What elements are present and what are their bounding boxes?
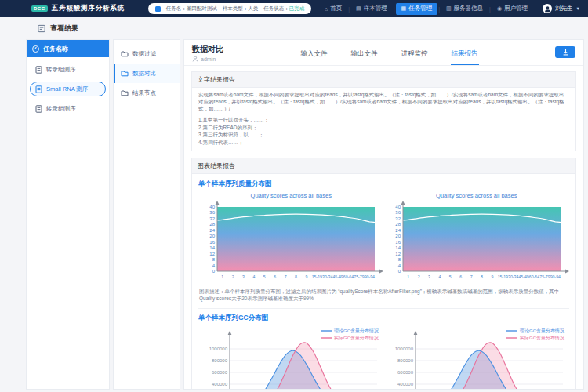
svg-text:5: 5 [449,274,452,279]
gc-chart-right-block: 0200000400000600000800000100000010203040… [384,326,570,389]
svg-text:45-49: 45-49 [333,274,343,279]
main-panel: 数据对比 admin 输入文件 输出文件 进程监控 结果报告 [183,39,584,390]
nav-item-samples[interactable]: ▤ 样本管理 [350,3,393,15]
content-area: ‹ 任务名称 转录组测序 Small RNA 测序 [26,39,584,390]
svg-text:12: 12 [395,252,401,256]
svg-text:28: 28 [395,222,401,227]
report-list-item: 4.第四行代表……； [198,139,569,146]
task-name-label: 任务名：基因配对测试 [166,5,217,13]
svg-text:8: 8 [397,257,401,262]
task-sidebar: ‹ 任务名称 转录组测序 Small RNA 测序 [26,39,110,390]
svg-text:8: 8 [212,257,216,262]
svg-text:16: 16 [210,240,216,245]
nav-item-tasks[interactable]: ▦ 任务管理 [396,3,438,15]
node-sidebar: 数据过滤 数据对比 结果节点 [113,39,180,390]
text-report-header: 文字结果报告 [192,72,575,88]
svg-text:8: 8 [481,274,483,279]
quality-caption: 图表描述：单个样本序列质量分布图，过滤之后的结果图片为 “qualityScor… [199,288,568,303]
sidebar-item-small-rna[interactable]: Small RNA 测序 [30,82,106,96]
document-icon [35,66,42,74]
quality-chart-title: Quality scores across all bases [384,192,570,199]
top-nav-menu: ⌂ 首页 | ▤ 样本管理 | ▦ 任务管理 | ▥ 服务器信息 | ◉ 用户管… [319,3,580,15]
svg-text:6: 6 [459,274,462,279]
gc-charts-row: 0200000400000600000800000100000010203040… [198,326,569,389]
svg-text:理论GC含量分布情况: 理论GC含量分布情况 [519,328,564,334]
owner-row: admin [192,56,223,62]
svg-text:15-19: 15-19 [312,274,322,279]
avatar [543,4,552,13]
nav-item-server[interactable]: ▥ 服务器信息 [441,3,488,15]
breadcrumb: 查看结果 [0,17,588,39]
node-item-data-filter[interactable]: 数据过滤 [114,44,180,64]
person-icon [192,56,198,62]
tab-output-files[interactable]: 输出文件 [350,45,379,65]
text-report-section: 文字结果报告 实现将sam或者bam文件，根据不同的要求提取出对应的reads，… [191,71,576,151]
tab-process-monitor[interactable]: 进程监控 [401,45,429,65]
sidebar-item-transcriptome-1[interactable]: 转录组测序 [30,62,106,77]
svg-text:3: 3 [428,274,430,279]
report-body: 文字结果报告 实现将sam或者bam文件，根据不同的要求提取出对应的reads，… [184,66,583,389]
svg-text:1000000: 1000000 [209,347,228,351]
gc-chart-left-block: 0200000400000600000800000100000010203040… [198,326,384,389]
quality-charts-row: Quality scores across all bases 04812141… [198,192,569,285]
svg-text:2: 2 [417,274,419,279]
svg-text:20: 20 [395,234,401,238]
task-info-pill[interactable]: 任务名：基因配对测试 样本类型：人类 任务状态：已完成 [148,3,312,14]
svg-text:400000: 400000 [212,382,228,387]
svg-text:4: 4 [212,263,216,268]
text-report-content: 实现将sam或者bam文件，根据不同的要求提取出对应的reads，并以fastq… [192,88,575,151]
gc-section-title: 单个样本序列GC分布图 [198,314,569,323]
svg-text:800000: 800000 [397,358,414,363]
quality-section-title: 单个样本序列质量分布图 [198,180,569,189]
nav-item-users[interactable]: ◉ 用户管理 [492,3,533,15]
task-icon: ▦ [401,5,407,12]
svg-text:800000: 800000 [212,358,228,363]
task-sidebar-header[interactable]: ‹ 任务名称 [27,40,109,57]
person-icon [544,5,551,13]
svg-text:28: 28 [210,222,216,227]
report-paragraph: 实现将sam或者bam文件，根据不同的要求提取出对应的reads，并以fastq… [198,92,569,112]
sidebar-item-transcriptome-2[interactable]: 转录组测序 [30,101,106,116]
gc-chart-left: 0200000400000600000800000100000010203040… [198,326,384,389]
nav-separator: | [393,6,396,12]
svg-text:24: 24 [395,228,401,233]
svg-text:600000: 600000 [397,370,414,375]
svg-text:3: 3 [242,274,245,279]
svg-text:1000000: 1000000 [394,347,413,351]
user-menu[interactable]: 刘先生 ▼ [543,4,580,13]
svg-text:24: 24 [210,228,216,233]
download-button[interactable] [555,46,575,58]
tab-result-report[interactable]: 结果报告 [451,45,479,65]
quality-chart-left-block: Quality scores across all bases 04812141… [198,192,384,285]
node-title: 数据对比 [192,44,223,55]
task-badge-icon [155,6,161,12]
svg-text:9: 9 [306,274,308,279]
svg-text:14: 14 [210,245,216,250]
svg-text:8: 8 [295,274,297,279]
back-icon: ‹ [32,45,39,53]
folder-icon [121,70,129,77]
svg-text:4: 4 [253,274,256,279]
tab-input-files[interactable]: 输入文件 [300,45,328,65]
nav-item-home[interactable]: ⌂ 首页 [319,3,347,15]
quality-chart-title: Quality scores across all bases [198,192,384,199]
page: DCG 五舟核酸测序分析系统 任务名：基因配对测试 样本类型：人类 任务状态：已… [0,0,588,392]
svg-text:90-94: 90-94 [365,274,375,279]
top-navbar: DCG 五舟核酸测序分析系统 任务名：基因配对测试 样本类型：人类 任务状态：已… [0,0,588,17]
svg-text:5: 5 [263,274,266,279]
quality-chart-right-block: Quality scores across all bases 04812141… [384,192,570,285]
tab-bar: 输入文件 输出文件 进程监控 结果报告 [223,45,555,65]
node-item-result-node[interactable]: 结果节点 [114,83,180,103]
svg-text:理论GC含量分布情况: 理论GC含量分布情况 [333,328,379,334]
svg-text:6: 6 [274,274,277,279]
node-item-data-compare[interactable]: 数据对比 [114,64,180,83]
owner-name: admin [201,56,216,62]
main-header: 数据对比 admin 输入文件 输出文件 进程监控 结果报告 [184,40,583,66]
view-results-icon [38,24,46,33]
user-name: 刘先生 [555,5,573,13]
svg-text:12: 12 [210,252,216,256]
svg-text:实际GC含量分布情况: 实际GC含量分布情况 [520,335,564,341]
chart-report-content: 单个样本序列质量分布图 Quality scores across all ba… [192,174,575,389]
quality-chart-left: 04812141620242832364012345678915-1930-34… [198,200,384,285]
sample-type-label: 样本类型：人类 [223,5,259,13]
